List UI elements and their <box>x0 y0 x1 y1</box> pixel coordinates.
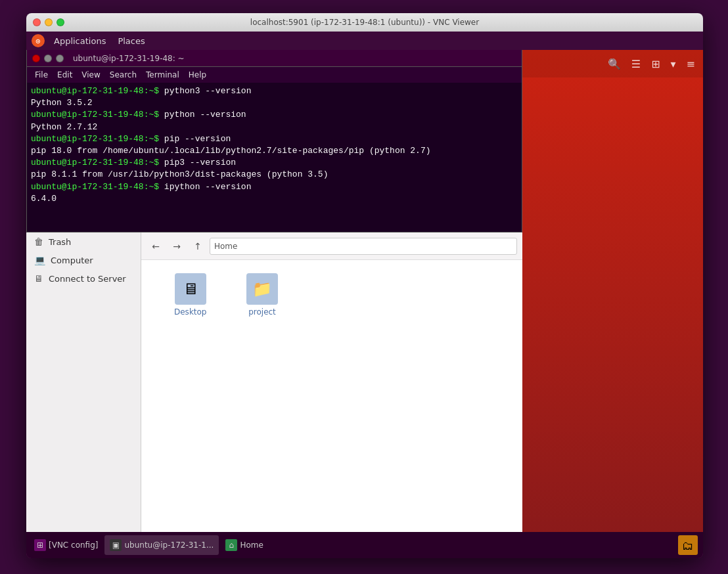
terminal-menu-view[interactable]: View <box>78 69 104 81</box>
maximize-button[interactable] <box>57 18 64 26</box>
terminal-output-5: 6.4.0 <box>31 193 518 205</box>
terminal-output-2: Python 2.7.12 <box>31 121 518 133</box>
terminal-prompt-3: ubuntu@ip-172-31-19-48:~$ <box>31 134 159 144</box>
terminal-prompt-2: ubuntu@ip-172-31-19-48:~$ <box>31 110 159 120</box>
taskbar-item-terminal[interactable]: ▣ ubuntu@ip-172-31-1... <box>104 535 219 555</box>
terminal-line-5: ubuntu@ip-172-31-19-48:~$ ipython --vers… <box>31 181 518 193</box>
fm-toolbar: ← → ↑ Home <box>141 232 522 260</box>
vnc-taskbar-icon: ⊞ <box>34 539 46 551</box>
terminal-minimize-btn[interactable] <box>44 55 52 62</box>
trash-icon: 🗑 <box>34 236 43 247</box>
terminal-output-3: pip 18.0 from /home/ubuntu/.local/lib/py… <box>31 145 518 157</box>
server-icon: 🖥 <box>34 273 43 284</box>
computer-icon: 💻 <box>34 255 45 265</box>
fm-right-toolbar: 🔍 ☰ ⊞ ▾ ≡ <box>522 50 703 77</box>
terminal-menu-file[interactable]: File <box>31 69 52 81</box>
search-icon[interactable]: 🔍 <box>605 55 624 73</box>
terminal-menu-edit[interactable]: Edit <box>53 69 76 81</box>
taskbar-terminal-label: ubuntu@ip-172-31-1... <box>124 541 214 550</box>
terminal-line-1: ubuntu@ip-172-31-19-48:~$ python3 --vers… <box>31 85 518 97</box>
list-view-icon[interactable]: ☰ <box>629 55 643 73</box>
taskbar-item-vnc[interactable]: ⊞ [VNC config] <box>29 535 103 555</box>
taskbar-home-label: Home <box>240 541 263 550</box>
taskbar-vnc-label: [VNC config] <box>49 541 98 550</box>
files-tray-icon[interactable]: 🗂 <box>678 535 698 555</box>
terminal-menu-search[interactable]: Search <box>106 69 141 81</box>
terminal-prompt-1: ubuntu@ip-172-31-19-48:~$ <box>31 86 159 96</box>
fm-project-label: project <box>248 307 276 317</box>
ubuntu-logo[interactable]: ⊙ <box>32 34 45 47</box>
taskbar-tray: 🗂 <box>678 535 698 555</box>
terminal-taskbar-icon: ▣ <box>110 539 122 551</box>
terminal-title: ubuntu@ip-172-31-19-48: ~ <box>73 54 185 63</box>
terminal-menu-help[interactable]: Help <box>185 69 210 81</box>
fm-main: ← → ↑ Home 🖥 Desktop 📁 project <box>141 232 522 532</box>
places-label-connect-server: Connect to Server <box>49 274 126 284</box>
fm-desktop-icon[interactable]: 🖥 Desktop <box>174 273 207 317</box>
fm-right-panel: 🔍 ☰ ⊞ ▾ ≡ <box>522 50 703 532</box>
terminal-line-2: ubuntu@ip-172-31-19-48:~$ python --versi… <box>31 109 518 121</box>
desktop-area: 🔍 ☰ ⊞ ▾ ≡ ubuntu@ip-172-31-19-48: ~ File <box>26 50 703 532</box>
terminal-window: ubuntu@ip-172-31-19-48: ~ File Edit View… <box>26 50 522 232</box>
fm-project-icon[interactable]: 📁 project <box>246 273 278 317</box>
terminal-output-4: pip 8.1.1 from /usr/lib/python3/dist-pac… <box>31 169 518 181</box>
terminal-menubar: File Edit View Search Terminal Help <box>27 67 522 83</box>
home-taskbar-icon: ⌂ <box>225 539 237 551</box>
menu-icon[interactable]: ≡ <box>684 55 698 73</box>
applications-menu[interactable]: Applications <box>49 35 111 47</box>
fm-path-bar[interactable]: Home <box>210 238 517 255</box>
terminal-titlebar: ubuntu@ip-172-31-19-48: ~ <box>27 50 522 67</box>
terminal-menu-terminal[interactable]: Terminal <box>142 69 183 81</box>
places-item-connect-server[interactable]: 🖥 Connect to Server <box>26 269 141 288</box>
grid-view-icon[interactable]: ⊞ <box>648 55 662 73</box>
terminal-prompt-5: ubuntu@ip-172-31-19-48:~$ <box>31 182 159 192</box>
places-item-computer[interactable]: 💻 Computer <box>26 251 141 269</box>
fm-path-text: Home <box>214 242 237 251</box>
close-button[interactable] <box>33 18 41 26</box>
vnc-viewer-window: localhost:5901 (ip-172-31-19-48:1 (ubunt… <box>26 13 703 558</box>
terminal-close-btn[interactable] <box>32 55 40 62</box>
window-title: localhost:5901 (ip-172-31-19-48:1 (ubunt… <box>250 18 479 27</box>
places-menu[interactable]: Places <box>112 35 150 47</box>
window-controls <box>33 18 64 26</box>
taskbar: ⊞ [VNC config] ▣ ubuntu@ip-172-31-1... ⌂… <box>26 532 703 558</box>
fm-back-button[interactable]: ← <box>147 237 165 255</box>
places-panel: 🗑 Trash 💻 Computer 🖥 Connect to Server <box>26 232 141 532</box>
terminal-line-4: ubuntu@ip-172-31-19-48:~$ pip3 --version <box>31 157 518 169</box>
taskbar-item-home[interactable]: ⌂ Home <box>220 535 268 555</box>
vnc-content: ⊙ Applications Places 🔍 ☰ ⊞ ▾ ≡ <box>26 32 703 558</box>
terminal-prompt-4: ubuntu@ip-172-31-19-48:~$ <box>31 158 159 167</box>
fm-forward-button[interactable]: → <box>168 237 186 255</box>
places-item-trash[interactable]: 🗑 Trash <box>26 232 141 251</box>
terminal-maximize-btn[interactable] <box>56 55 64 62</box>
terminal-output-1: Python 3.5.2 <box>31 97 518 109</box>
sort-icon[interactable]: ▾ <box>668 55 679 73</box>
fm-desktop-label: Desktop <box>174 307 207 317</box>
title-bar: localhost:5901 (ip-172-31-19-48:1 (ubunt… <box>26 13 703 32</box>
terminal-line-3: ubuntu@ip-172-31-19-48:~$ pip --version <box>31 133 518 145</box>
ubuntu-topbar: ⊙ Applications Places <box>26 32 703 50</box>
places-label-computer: Computer <box>51 255 93 265</box>
fm-up-button[interactable]: ↑ <box>189 237 207 255</box>
places-label-trash: Trash <box>49 237 71 247</box>
minimize-button[interactable] <box>45 18 53 26</box>
terminal-body[interactable]: ubuntu@ip-172-31-19-48:~$ python3 --vers… <box>27 83 522 232</box>
